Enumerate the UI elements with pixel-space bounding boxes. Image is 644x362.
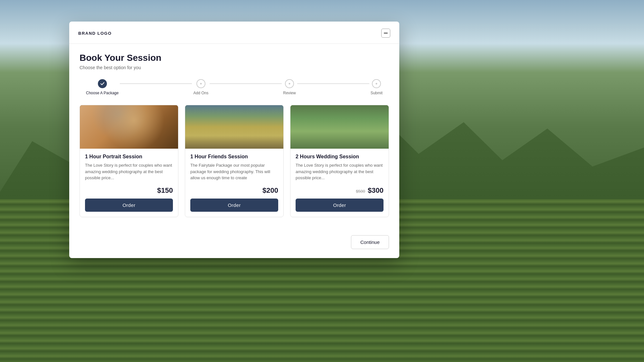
svg-point-4 [376, 83, 377, 85]
price-original-wedding: $500 [356, 189, 365, 194]
modal-body: Book Your Session Choose the best option… [69, 44, 399, 235]
step-connector-1 [120, 83, 192, 84]
card-description-portrait: The Love Story is perfect for couples wh… [85, 162, 173, 181]
step-review: Review [283, 79, 296, 95]
continue-button[interactable]: Continue [351, 235, 389, 249]
step-add-ons: Add Ons [193, 79, 208, 95]
step-dot-icon [199, 82, 203, 85]
friends-photo [185, 105, 283, 149]
card-image-friends [185, 105, 283, 149]
step-dot-icon-3 [375, 82, 378, 85]
modal-footer: Continue [69, 235, 399, 258]
step-connector-2 [210, 83, 282, 84]
close-button[interactable] [381, 29, 390, 38]
card-title-wedding: 2 Hours Wedding Session [296, 154, 384, 160]
card-price-friends: $200 [190, 186, 278, 195]
svg-point-2 [200, 83, 202, 85]
order-button-wedding[interactable]: Order [296, 199, 384, 212]
close-icon [384, 31, 388, 35]
card-image-portrait [80, 105, 178, 149]
card-price-portrait: $150 [85, 186, 173, 195]
order-button-friends[interactable]: Order [190, 199, 278, 212]
card-content-friends: 1 Hour Friends Session The Fairytale Pac… [185, 149, 283, 217]
step-label-review: Review [283, 91, 296, 95]
package-card-friends: 1 Hour Friends Session The Fairytale Pac… [185, 105, 284, 217]
card-description-friends: The Fairytale Package our most popular p… [190, 162, 278, 181]
step-label-submit: Submit [371, 91, 383, 95]
brand-logo: BRAND LOGO [78, 31, 112, 36]
package-card-wedding: 2 Hours Wedding Session The Love Story i… [290, 105, 389, 217]
page-subtitle: Choose the best option for you [80, 65, 389, 70]
step-label-choose-package: Choose A Package [86, 91, 118, 95]
step-label-add-ons: Add Ons [193, 91, 208, 95]
card-title-portrait: 1 Hour Portrait Session [85, 154, 173, 160]
modal-header: BRAND LOGO [69, 22, 399, 44]
check-icon [100, 81, 105, 86]
wedding-photo [290, 105, 389, 149]
step-connector-3 [297, 83, 369, 84]
step-circle-add-ons [196, 79, 205, 88]
card-content-wedding: 2 Hours Wedding Session The Love Story i… [290, 149, 389, 217]
svg-rect-0 [384, 32, 388, 33]
page-title: Book Your Session [80, 53, 389, 63]
step-circle-choose-package [98, 79, 107, 88]
price-current-friends: $200 [262, 186, 278, 195]
step-submit: Submit [371, 79, 383, 95]
step-choose-package: Choose A Package [86, 79, 118, 95]
price-current-wedding: $300 [368, 186, 384, 195]
step-circle-submit [372, 79, 381, 88]
svg-point-3 [289, 83, 290, 85]
steps-container: Choose A Package Add Ons [80, 79, 389, 95]
card-description-wedding: The Love Story is perfect for couples wh… [296, 162, 384, 181]
package-card-portrait: 1 Hour Portrait Session The Love Story i… [80, 105, 178, 217]
portrait-photo [80, 105, 178, 149]
card-image-wedding [290, 105, 389, 149]
card-title-friends: 1 Hour Friends Session [190, 154, 278, 160]
order-button-portrait[interactable]: Order [85, 199, 173, 212]
card-content-portrait: 1 Hour Portrait Session The Love Story i… [80, 149, 178, 217]
packages-row: 1 Hour Portrait Session The Love Story i… [80, 105, 389, 217]
svg-rect-1 [384, 33, 388, 34]
step-dot-icon-2 [288, 82, 291, 85]
booking-modal: BRAND LOGO Book Your Session Choose the … [69, 22, 399, 258]
step-circle-review [285, 79, 294, 88]
card-price-wedding: $500 $300 [296, 186, 384, 195]
price-current-portrait: $150 [157, 186, 173, 195]
